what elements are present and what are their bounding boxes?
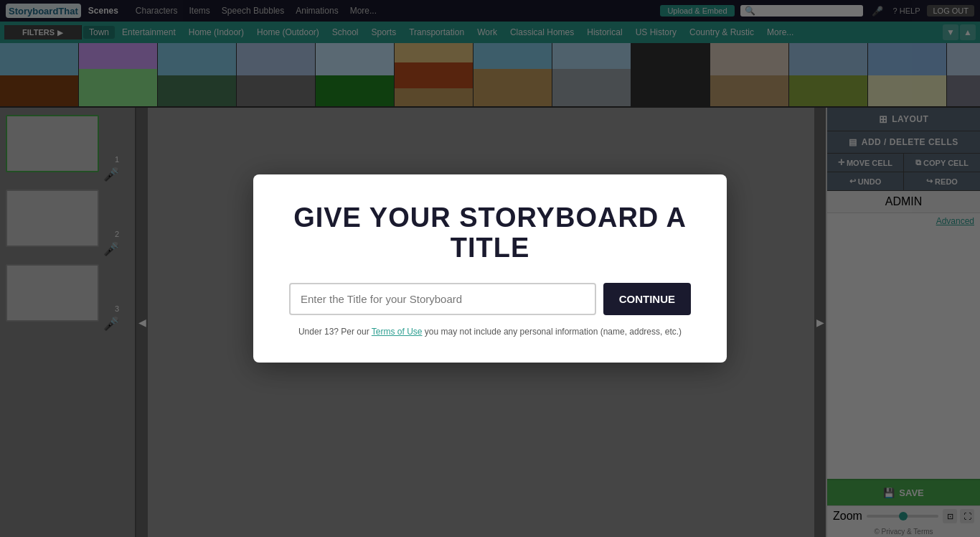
footer-per: Per our [341, 327, 369, 337]
modal-footer: Under 13? Per our Terms of Use you may n… [289, 327, 691, 337]
modal-overlay: GIVE YOUR STORYBOARD A TITLE CONTINUE Un… [0, 0, 980, 537]
footer-under13: Under 13? [298, 327, 339, 337]
modal-title: GIVE YOUR STORYBOARD A TITLE [289, 203, 691, 263]
continue-button[interactable]: CONTINUE [603, 283, 691, 315]
modal-input-row: CONTINUE [289, 283, 691, 315]
storyboard-title-modal: GIVE YOUR STORYBOARD A TITLE CONTINUE Un… [253, 174, 727, 363]
terms-of-use-link[interactable]: Terms of Use [372, 327, 423, 337]
footer-suffix: you may not include any personal informa… [425, 327, 682, 337]
storyboard-title-input[interactable] [289, 283, 596, 315]
